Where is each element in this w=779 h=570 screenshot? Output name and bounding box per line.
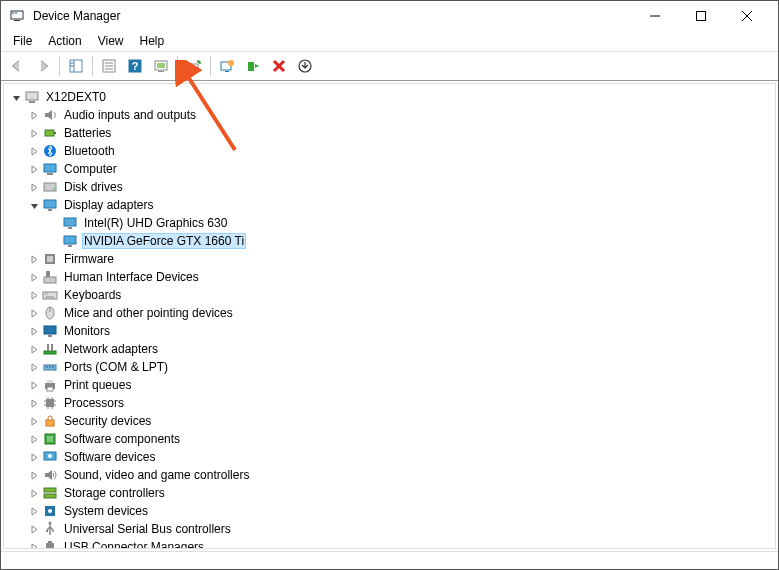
expander-icon[interactable] [26, 179, 42, 195]
expander-icon[interactable] [26, 377, 42, 393]
svg-point-3 [15, 12, 17, 14]
expander-icon[interactable] [26, 251, 42, 267]
tree-category[interactable]: Sound, video and game controllers [6, 466, 773, 484]
hid-icon [42, 269, 58, 285]
tree-category[interactable]: Disk drives [6, 178, 773, 196]
network-icon [42, 341, 58, 357]
tree-category[interactable]: Audio inputs and outputs [6, 106, 773, 124]
tree-device[interactable]: NVIDIA GeForce GTX 1660 Ti [6, 232, 773, 250]
menu-action[interactable]: Action [40, 32, 89, 50]
tree-category[interactable]: Display adapters [6, 196, 773, 214]
device-tree[interactable]: X12DEXT0Audio inputs and outputsBatterie… [3, 83, 776, 549]
tree-device[interactable]: Intel(R) UHD Graphics 630 [6, 214, 773, 232]
expander-icon[interactable] [26, 485, 42, 501]
expander-icon[interactable] [26, 431, 42, 447]
svg-rect-87 [48, 541, 52, 543]
show-hide-console-tree-button[interactable] [64, 54, 88, 78]
svg-point-25 [228, 60, 234, 66]
expander-icon[interactable] [26, 449, 42, 465]
system-icon [42, 503, 58, 519]
expander-icon[interactable] [26, 125, 42, 141]
svg-point-36 [53, 188, 55, 190]
expander-icon[interactable] [26, 305, 42, 321]
menu-file[interactable]: File [5, 32, 40, 50]
tree-category[interactable]: Network adapters [6, 340, 773, 358]
menubar: File Action View Help [1, 31, 778, 51]
tree-device-label: Intel(R) UHD Graphics 630 [82, 215, 229, 231]
tree-category[interactable]: Storage controllers [6, 484, 773, 502]
svg-rect-76 [47, 436, 53, 442]
softdev-icon [42, 449, 58, 465]
tree-category-label: Software components [62, 431, 182, 447]
svg-point-59 [46, 366, 48, 368]
enable-device-button[interactable] [241, 54, 265, 78]
maximize-button[interactable] [678, 1, 724, 31]
tree-category[interactable]: Software components [6, 430, 773, 448]
expander-icon[interactable] [26, 269, 42, 285]
tree-category[interactable]: Keyboards [6, 286, 773, 304]
menu-view[interactable]: View [90, 32, 132, 50]
svg-rect-45 [46, 271, 50, 277]
back-button[interactable] [5, 54, 29, 78]
expander-icon[interactable] [26, 107, 42, 123]
tree-category[interactable]: Batteries [6, 124, 773, 142]
svg-rect-56 [47, 344, 49, 351]
update-driver-button[interactable] [182, 54, 206, 78]
svg-rect-38 [48, 209, 52, 211]
expander-icon[interactable] [26, 161, 42, 177]
tree-category-label: Display adapters [62, 197, 155, 213]
tree-category[interactable]: System devices [6, 502, 773, 520]
uninstall-device-button[interactable] [215, 54, 239, 78]
expander-icon[interactable] [8, 89, 24, 105]
minimize-button[interactable] [632, 1, 678, 31]
tree-category[interactable]: Monitors [6, 322, 773, 340]
close-button[interactable] [724, 1, 770, 31]
tree-category-label: Network adapters [62, 341, 160, 357]
computer-root-icon [24, 89, 40, 105]
battery-icon [42, 125, 58, 141]
expander-icon[interactable] [26, 467, 42, 483]
expander-icon[interactable] [26, 287, 42, 303]
expander-icon[interactable] [26, 359, 42, 375]
expander-icon[interactable] [26, 395, 42, 411]
expander-icon[interactable] [26, 143, 42, 159]
expander-icon[interactable] [26, 503, 42, 519]
tree-category[interactable]: Print queues [6, 376, 773, 394]
svg-rect-57 [51, 344, 53, 351]
scan-hardware-button[interactable] [149, 54, 173, 78]
tree-category-label: Computer [62, 161, 119, 177]
properties-button[interactable] [97, 54, 121, 78]
svg-rect-1 [14, 20, 20, 21]
svg-rect-29 [29, 101, 35, 103]
tree-category[interactable]: Processors [6, 394, 773, 412]
svg-rect-84 [46, 530, 48, 532]
svg-rect-30 [45, 130, 54, 136]
forward-button[interactable] [31, 54, 55, 78]
svg-point-85 [52, 530, 54, 532]
add-legacy-hardware-button[interactable] [293, 54, 317, 78]
tree-category[interactable]: USB Connector Managers [6, 538, 773, 549]
expander-icon[interactable] [26, 323, 42, 339]
tree-category[interactable]: Ports (COM & LPT) [6, 358, 773, 376]
titlebar[interactable]: Device Manager [1, 1, 778, 31]
menu-help[interactable]: Help [132, 32, 173, 50]
tree-category[interactable]: Human Interface Devices [6, 268, 773, 286]
expander-icon[interactable] [26, 197, 42, 213]
expander-icon[interactable] [26, 413, 42, 429]
expander-icon[interactable] [26, 539, 42, 549]
tree-category[interactable]: Mice and other pointing devices [6, 304, 773, 322]
tree-category[interactable]: Universal Serial Bus controllers [6, 520, 773, 538]
svg-rect-19 [157, 63, 165, 68]
tree-category[interactable]: Computer [6, 160, 773, 178]
tree-category[interactable]: Security devices [6, 412, 773, 430]
disable-device-button[interactable] [267, 54, 291, 78]
expander-icon[interactable] [26, 521, 42, 537]
help-button[interactable]: ? [123, 54, 147, 78]
tree-category[interactable]: Bluetooth [6, 142, 773, 160]
tree-category[interactable]: Firmware [6, 250, 773, 268]
tree-root[interactable]: X12DEXT0 [6, 88, 773, 106]
tree-category[interactable]: Software devices [6, 448, 773, 466]
tree-category-label: Firmware [62, 251, 116, 267]
audio-icon [42, 107, 58, 123]
expander-icon[interactable] [26, 341, 42, 357]
